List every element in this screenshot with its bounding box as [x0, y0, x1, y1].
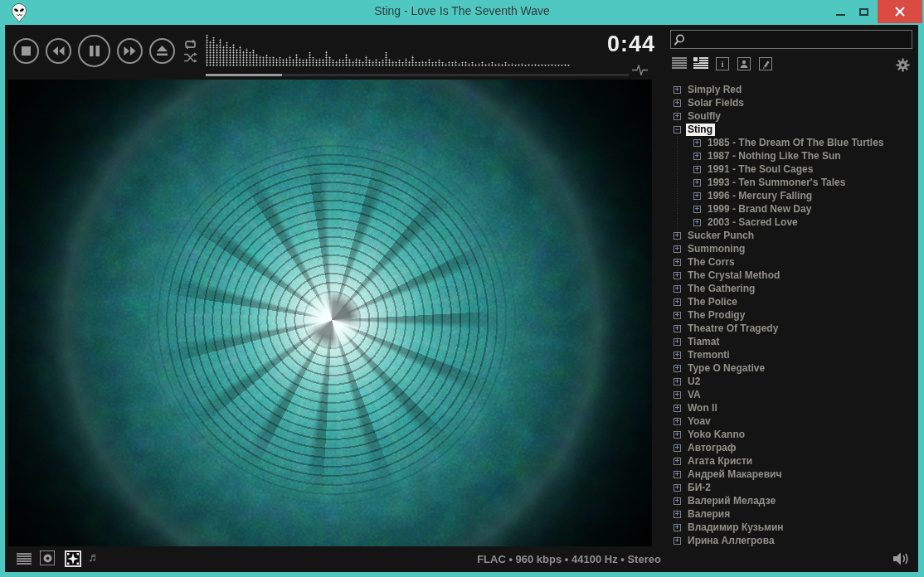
- expand-icon[interactable]: +: [693, 179, 701, 187]
- expand-icon[interactable]: +: [674, 99, 681, 107]
- expand-icon[interactable]: +: [674, 511, 681, 518]
- spectrum-bar: [398, 60, 401, 66]
- tree-item-artist[interactable]: +Yoav: [664, 415, 918, 428]
- tree-item-artist[interactable]: +VA: [664, 388, 918, 401]
- expand-icon[interactable]: +: [693, 139, 701, 147]
- expand-icon[interactable]: +: [693, 192, 701, 200]
- close-button[interactable]: [878, 0, 922, 23]
- spectrum-bar: [438, 60, 440, 66]
- spectrum-bar: [289, 56, 291, 66]
- tab-lyrics[interactable]: [759, 57, 772, 70]
- expand-icon[interactable]: +: [674, 272, 681, 279]
- settings-gear-icon[interactable]: [896, 58, 910, 72]
- expand-icon[interactable]: +: [674, 405, 681, 412]
- tree-item-artist[interactable]: +Summoning: [664, 242, 918, 255]
- tree-item-artist[interactable]: +Solar Fields: [664, 96, 918, 109]
- tree-item-album[interactable]: +1987 - Nothing Like The Sun: [664, 149, 918, 162]
- expand-icon[interactable]: +: [674, 524, 681, 531]
- expand-icon[interactable]: +: [674, 285, 681, 293]
- tree-item-artist[interactable]: +The Police: [664, 295, 918, 308]
- expand-icon[interactable]: +: [674, 325, 681, 332]
- expand-icon[interactable]: +: [674, 391, 681, 399]
- tree-item-artist[interactable]: +The Gathering: [664, 282, 918, 295]
- shuffle-icon[interactable]: [183, 52, 197, 63]
- tree-item-artist[interactable]: +Валерия: [664, 507, 918, 521]
- tree-item-artist[interactable]: −Sting: [664, 123, 918, 136]
- seekbar[interactable]: [206, 74, 629, 76]
- expand-icon[interactable]: +: [674, 312, 681, 319]
- tree-item-artist[interactable]: +Ирина Аллегрова: [664, 534, 918, 547]
- spectrum-bar: [484, 64, 487, 66]
- expand-icon[interactable]: +: [674, 471, 681, 478]
- previous-button[interactable]: [46, 38, 71, 64]
- volume-speaker-icon[interactable]: [892, 550, 911, 567]
- expand-icon[interactable]: +: [674, 444, 681, 452]
- expand-icon[interactable]: +: [674, 418, 681, 425]
- expand-icon[interactable]: +: [674, 431, 681, 439]
- playlist-view-button[interactable]: [17, 553, 32, 565]
- waveform-seekbar-icon[interactable]: [632, 65, 648, 75]
- expand-icon[interactable]: +: [674, 458, 681, 465]
- tree-item-artist[interactable]: +The Crystal Method: [664, 269, 918, 282]
- tree-item-artist[interactable]: +Tremonti: [664, 348, 918, 361]
- tree-item-artist[interactable]: +Won Il: [664, 401, 918, 415]
- tree-item-artist[interactable]: +БИ-2: [664, 481, 918, 494]
- expand-icon[interactable]: +: [674, 352, 681, 359]
- expand-icon[interactable]: +: [674, 338, 681, 346]
- tab-info[interactable]: i: [716, 57, 729, 70]
- tree-item-artist[interactable]: +The Corrs: [664, 255, 918, 269]
- expand-icon[interactable]: +: [674, 537, 681, 545]
- expand-icon[interactable]: +: [674, 378, 681, 385]
- tree-item-artist[interactable]: +Владимир Кузьмин: [664, 521, 918, 534]
- expand-icon[interactable]: +: [693, 153, 701, 160]
- visualization-view-button[interactable]: [65, 550, 81, 567]
- tab-album-list[interactable]: [693, 57, 708, 70]
- minimize-button[interactable]: [828, 0, 853, 23]
- tree-item-artist[interactable]: +Yoko Kanno: [664, 428, 918, 441]
- tree-item-artist[interactable]: +U2: [664, 375, 918, 388]
- search-box[interactable]: [670, 30, 912, 49]
- tree-item-artist[interactable]: +Theatre Of Tragedy: [664, 322, 918, 335]
- expand-icon[interactable]: +: [674, 245, 681, 253]
- tree-item-artist[interactable]: +Simply Red: [664, 83, 918, 96]
- maximize-button[interactable]: [851, 0, 876, 23]
- expand-icon[interactable]: +: [674, 232, 681, 240]
- tab-artist-photo[interactable]: [737, 57, 751, 70]
- tree-item-artist[interactable]: +Агата Кристи: [664, 454, 918, 468]
- expand-icon[interactable]: +: [674, 86, 681, 94]
- tree-item-album[interactable]: +1993 - Ten Summoner's Tales: [664, 176, 918, 189]
- eject-button[interactable]: [149, 38, 175, 64]
- tree-item-album[interactable]: +1991 - The Soul Cages: [664, 162, 918, 176]
- tree-item-album[interactable]: +1985 - The Dream Of The Blue Turtles: [664, 136, 918, 149]
- tree-item-artist[interactable]: +Валерий Меладзе: [664, 494, 918, 507]
- disc-view-button[interactable]: [40, 550, 55, 565]
- tab-playlist[interactable]: [672, 57, 687, 70]
- tree-item-album[interactable]: +1996 - Mercury Falling: [664, 189, 918, 202]
- expand-icon[interactable]: +: [693, 166, 701, 173]
- tree-item-artist[interactable]: +Soulfly: [664, 109, 918, 123]
- pause-button[interactable]: [78, 35, 110, 67]
- music-note-icon[interactable]: ♬: [88, 550, 100, 564]
- tree-item-artist[interactable]: +The Prodigy: [664, 308, 918, 322]
- repeat-icon[interactable]: [183, 39, 197, 50]
- tree-item-artist[interactable]: +Tiamat: [664, 335, 918, 348]
- tree-item-artist[interactable]: +Автограф: [664, 441, 918, 454]
- tree-item-artist[interactable]: +Sucker Punch: [664, 229, 918, 242]
- expand-icon[interactable]: +: [674, 484, 681, 492]
- tree-item-album[interactable]: +2003 - Sacred Love: [664, 216, 918, 229]
- search-input[interactable]: [691, 34, 898, 46]
- stop-button[interactable]: [13, 38, 39, 64]
- visualization-panel[interactable]: [8, 80, 652, 546]
- tree-item-artist[interactable]: +Type O Negative: [664, 361, 918, 375]
- next-button[interactable]: [117, 38, 143, 64]
- tree-item-artist[interactable]: +Андрей Макаревич: [664, 468, 918, 481]
- expand-icon[interactable]: +: [693, 219, 701, 226]
- expand-icon[interactable]: +: [674, 113, 681, 120]
- collapse-icon[interactable]: −: [674, 126, 681, 133]
- expand-icon[interactable]: +: [674, 365, 681, 372]
- expand-icon[interactable]: +: [674, 298, 681, 306]
- expand-icon[interactable]: +: [674, 259, 681, 266]
- tree-item-album[interactable]: +1999 - Brand New Day: [664, 202, 918, 216]
- expand-icon[interactable]: +: [693, 206, 701, 213]
- expand-icon[interactable]: +: [674, 497, 681, 505]
